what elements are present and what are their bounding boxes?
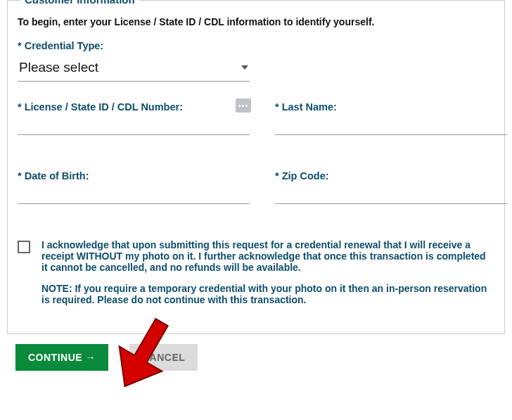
ack-p2-post: If you require a temporary credential wi… [41, 283, 487, 305]
input-helper-icon[interactable]: ••• [236, 98, 251, 113]
acknowledgement-row: I acknowledge that upon submitting this … [18, 239, 494, 315]
customer-info-fieldset: Customer Information To begin, enter you… [7, 0, 505, 334]
zip-input[interactable] [275, 186, 507, 204]
chevron-down-icon [241, 65, 248, 70]
ack-p1-bold: WITHOUT [77, 250, 122, 262]
button-row: CONTINUE → CANCEL [0, 334, 512, 371]
credential-type-value: Please select [19, 60, 98, 75]
credential-type-label: * Credential Type: [18, 40, 494, 51]
fieldset-legend: Customer Information [20, 0, 139, 6]
license-number-input[interactable] [18, 117, 250, 135]
last-name-field: * Last Name: [275, 101, 507, 135]
last-name-input[interactable] [275, 117, 507, 135]
continue-button[interactable]: CONTINUE → [15, 344, 108, 371]
dob-input[interactable] [18, 186, 250, 204]
dob-field: * Date of Birth: [18, 170, 250, 204]
license-number-label: * License / State ID / CDL Number: [18, 101, 250, 113]
last-name-label: * Last Name: [275, 101, 507, 113]
ack-p2-bold: NOTE: [41, 283, 72, 294]
intro-text: To begin, enter your License / State ID … [18, 16, 494, 27]
zip-label: * Zip Code: [275, 170, 507, 182]
acknowledge-checkbox[interactable] [18, 241, 30, 253]
credential-type-select[interactable]: Please select [18, 56, 250, 82]
zip-field: * Zip Code: [275, 170, 507, 204]
license-number-field: * License / State ID / CDL Number: ••• [18, 101, 250, 135]
acknowledge-text: I acknowledge that upon submitting this … [41, 239, 494, 315]
dob-label: * Date of Birth: [18, 170, 250, 182]
cancel-button[interactable]: CANCEL [129, 344, 198, 371]
